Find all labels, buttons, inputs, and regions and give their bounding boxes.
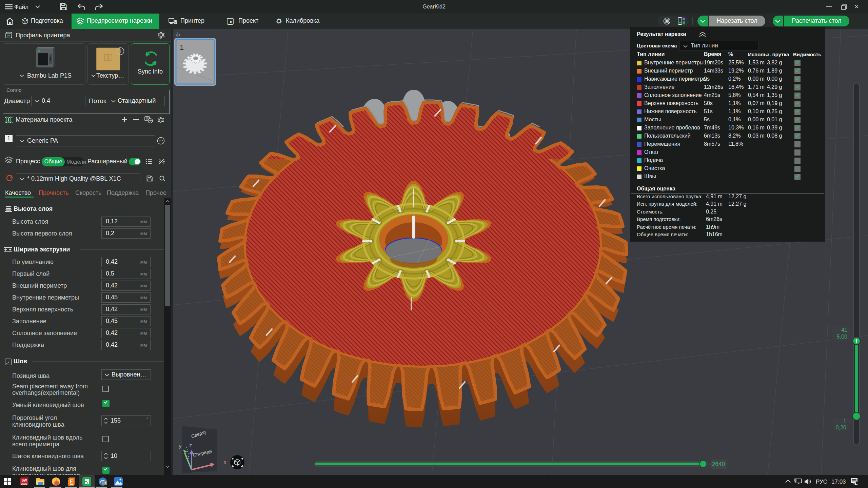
svg-text:‹|›: ‹|›: [175, 32, 180, 37]
svg-text:i: i: [120, 49, 121, 54]
svg-text:1: 1: [843, 419, 846, 424]
svg-text:..2: ..2: [103, 482, 106, 485]
svg-text:41: 41: [841, 327, 847, 333]
svg-text:5,00: 5,00: [837, 334, 847, 340]
svg-text:F: F: [70, 479, 73, 484]
svg-text:z: z: [189, 442, 192, 449]
svg-text:y: y: [179, 443, 182, 449]
svg-text:SW: SW: [21, 479, 27, 482]
svg-text:x: x: [223, 459, 226, 465]
svg-text:0,20: 0,20: [836, 425, 846, 430]
svg-text:1: 1: [180, 43, 184, 52]
svg-text:2023: 2023: [21, 482, 27, 485]
svg-text:2640: 2640: [712, 461, 725, 467]
